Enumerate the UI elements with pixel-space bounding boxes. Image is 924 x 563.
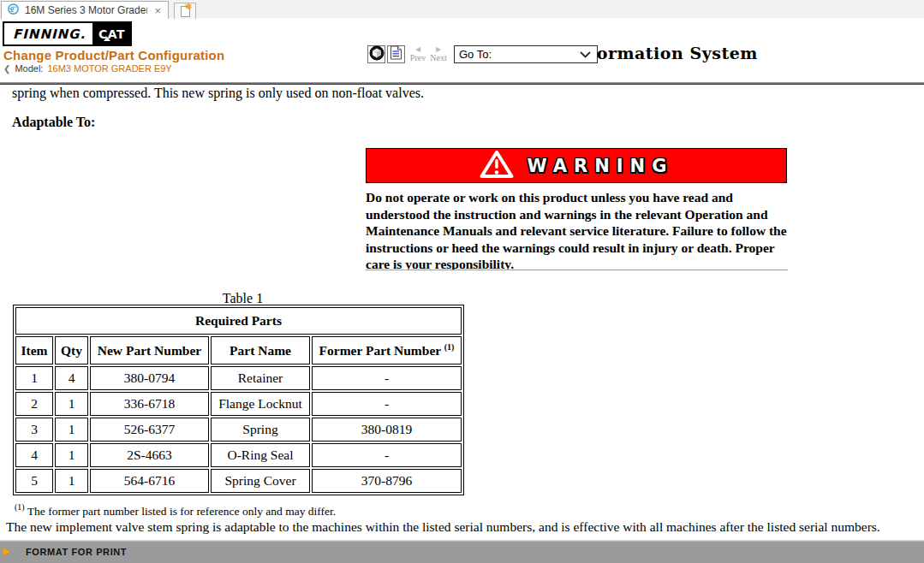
browser-tab[interactable]: e 16M Series 3 Motor Grader ... × <box>1 1 169 19</box>
model-breadcrumb: ❮ Model: 16M3 MOTOR GRADER E9Y <box>3 63 172 74</box>
footnote-text: The former part number listed is for ref… <box>27 505 336 518</box>
table-footnote: (1) The former part number listed is for… <box>15 502 336 519</box>
intro-text: spring when compressed. This new spring … <box>12 86 424 101</box>
tab-title: 16M Series 3 Motor Grader ... <box>25 4 147 16</box>
parts-basket-button[interactable] <box>367 45 385 63</box>
table-header-row: Item Qty New Part Number Part Name Forme… <box>15 336 462 364</box>
warning-banner: WARNING <box>366 148 787 183</box>
footnote-ref: (1) <box>15 502 25 512</box>
closing-text: The new implement valve stem spring is a… <box>6 519 924 535</box>
warning-triangle-icon <box>480 150 514 182</box>
page-title: Change Product/Part Configuration <box>3 48 224 62</box>
col-header-former-part: Former Part Number (1) <box>312 336 462 364</box>
cat-triangle-icon <box>104 37 110 41</box>
col-header-qty: Qty <box>55 336 88 364</box>
cat-logo: CAT <box>92 23 130 44</box>
ie-icon: e <box>7 3 20 19</box>
goto-select[interactable]: Go To: <box>454 45 598 63</box>
table-row: 3 1 526-6377 Spring 380-0819 <box>15 418 462 442</box>
browser-tab-bar: e 16M Series 3 Motor Grader ... × ✱ <box>0 0 924 19</box>
close-icon[interactable]: × <box>152 5 163 16</box>
next-arrow-icon: ▶ <box>436 46 441 53</box>
table-row: 2 1 336-6718 Flange Locknut - <box>15 392 462 416</box>
adaptable-heading: Adaptable To: <box>12 115 95 130</box>
table-row: 1 4 380-0794 Retainer - <box>15 366 462 390</box>
globe-cube-icon <box>369 45 385 64</box>
goto-selected-value: Go To: <box>459 48 492 61</box>
table-title: Required Parts <box>15 307 462 335</box>
format-for-print-bar[interactable]: FORMAT FOR PRINT <box>0 540 924 563</box>
new-tab-icon: ✱ <box>181 6 190 17</box>
model-value: 16M3 MOTOR GRADER E9Y <box>47 63 171 74</box>
site-header: FINNING. CAT Change Product/Part Configu… <box>0 20 924 82</box>
model-label: Model: <box>15 63 43 74</box>
prev-label: Prev <box>410 53 426 62</box>
toolbar: ◀ Prev ▶ Next Go To: <box>367 45 598 63</box>
table-title-row: Required Parts <box>15 307 462 335</box>
table-row: 4 1 2S-4663 O-Ring Seal - <box>15 443 462 467</box>
star-icon: ✱ <box>185 3 192 11</box>
col-header-new-part: New Part Number <box>90 336 209 364</box>
required-parts-table: Required Parts Item Qty New Part Number … <box>13 305 464 495</box>
next-button[interactable]: ▶ Next <box>429 46 448 62</box>
format-for-print-label: FORMAT FOR PRINT <box>26 547 127 557</box>
document-icon <box>390 45 402 63</box>
warning-text: Do not operate or work on this product u… <box>366 189 790 273</box>
arrow-right-icon <box>3 548 10 556</box>
prev-arrow-icon: ◀ <box>415 46 420 53</box>
finning-logo-text: FINNING. <box>4 23 92 44</box>
back-chevron-icon[interactable]: ❮ <box>3 64 10 74</box>
header-divider <box>0 82 924 85</box>
browser-window: e 16M Series 3 Motor Grader ... × ✱ FINN… <box>0 0 924 563</box>
document-button[interactable] <box>387 45 405 63</box>
warning-title: WARNING <box>528 156 674 176</box>
col-header-part-name: Part Name <box>211 336 310 364</box>
table-row: 5 1 564-6716 Spring Cover 370-8796 <box>15 469 462 493</box>
next-label: Next <box>430 53 446 62</box>
prev-button[interactable]: ◀ Prev <box>408 46 427 62</box>
new-tab-button[interactable]: ✱ <box>174 3 196 19</box>
warning-divider <box>366 270 788 271</box>
col-header-item: Item <box>15 336 53 364</box>
footnote-ref: (1) <box>444 342 455 352</box>
svg-text:e: e <box>10 4 14 13</box>
chevron-down-icon <box>580 48 591 61</box>
finning-cat-logo: FINNING. CAT <box>3 21 132 46</box>
